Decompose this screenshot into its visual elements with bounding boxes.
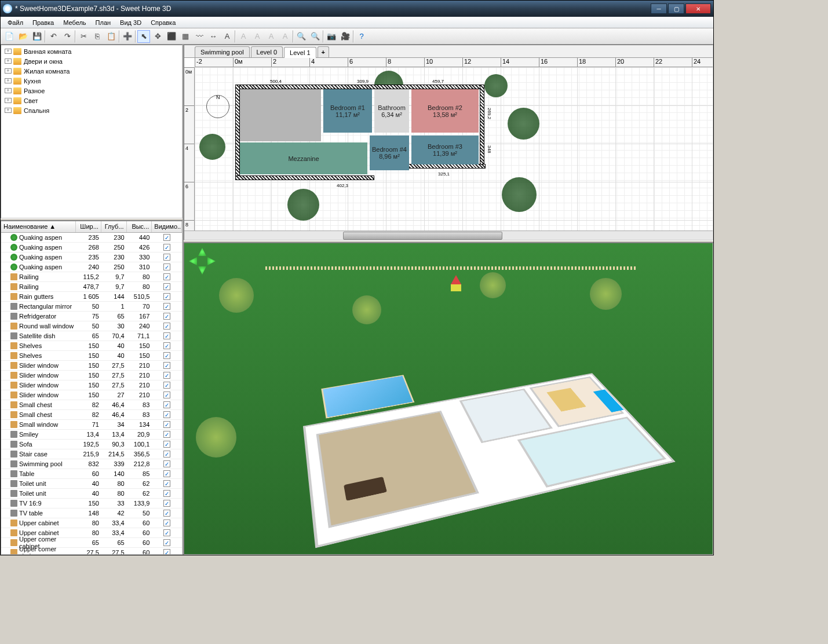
visible-checkbox[interactable]: ✓ [163,273,170,280]
house-3d[interactable] [235,338,713,555]
cut-icon[interactable]: ✂ [77,30,90,43]
visible-checkbox[interactable]: ✓ [163,313,170,320]
minimize-button[interactable]: ─ [651,3,667,14]
paste-icon[interactable]: 📋 [105,30,118,43]
table-header[interactable]: Наименование ▲ Шир... Глуб... Выс... Вид… [1,221,182,233]
open-icon[interactable]: 📂 [17,30,30,43]
visible-checkbox[interactable]: ✓ [163,421,170,428]
table-row[interactable]: Swimming pool832339212,8✓ [1,459,182,469]
visible-checkbox[interactable]: ✓ [163,441,170,448]
visible-checkbox[interactable]: ✓ [163,510,170,517]
tab-level-0[interactable]: Level 0 [251,46,283,57]
visible-checkbox[interactable]: ✓ [163,332,170,339]
close-button[interactable]: ✕ [685,3,711,14]
menu-file[interactable]: Файл [3,18,28,27]
tree-icon[interactable] [502,177,537,212]
photo-icon[interactable]: 📷 [325,30,338,43]
zoom-in-icon[interactable]: 🔍 [295,30,308,43]
menu-furniture[interactable]: Мебель [59,18,90,27]
add-furniture-icon[interactable]: ➕ [121,30,134,43]
size-up-icon[interactable]: A [265,30,278,43]
expand-icon[interactable]: + [5,78,12,83]
col-height[interactable]: Выс... [127,221,152,232]
catalog-item[interactable]: +Жилая комната [2,66,181,76]
visible-checkbox[interactable]: ✓ [163,372,170,379]
video-icon[interactable]: 🎥 [339,30,352,43]
col-width[interactable]: Шир... [76,221,101,232]
table-row[interactable]: Table6014085✓ [1,469,182,479]
visible-checkbox[interactable]: ✓ [163,401,170,408]
dimension-icon[interactable]: ↔ [207,30,220,43]
undo-icon[interactable]: ↶ [47,30,60,43]
table-row[interactable]: Slider window15027210✓ [1,390,182,400]
catalog-panel[interactable]: +Ванная комната+Двери и окна+Жилая комна… [1,45,183,218]
visible-checkbox[interactable]: ✓ [163,362,170,369]
col-depth[interactable]: Глуб... [101,221,127,232]
table-row[interactable]: Railing478,79,780✓ [1,282,182,292]
visible-checkbox[interactable]: ✓ [163,480,170,487]
scrollbar-horizontal[interactable] [184,230,713,240]
visible-checkbox[interactable]: ✓ [163,303,170,310]
text-icon[interactable]: A [221,30,234,43]
nav-right-icon[interactable] [207,257,216,265]
nav-down-icon[interactable] [198,266,206,275]
table-row[interactable]: Toilet unit408062✓ [1,479,182,489]
visible-checkbox[interactable]: ✓ [163,283,170,290]
table-row[interactable]: Toilet unit408062✓ [1,489,182,499]
table-row[interactable]: Slider window15027,5210✓ [1,371,182,380]
table-row[interactable]: Small chest8246,483✓ [1,400,182,410]
col-name[interactable]: Наименование ▲ [1,221,76,232]
table-row[interactable]: Small window7134134✓ [1,420,182,430]
room-bedroom1[interactable]: Bedroom #111,17 м² [323,89,372,133]
visible-checkbox[interactable]: ✓ [163,431,170,438]
visible-checkbox[interactable]: ✓ [163,519,170,526]
copy-icon[interactable]: ⎘ [91,30,104,43]
visible-checkbox[interactable]: ✓ [163,244,170,251]
table-row[interactable]: Slider window15027,5210✓ [1,380,182,390]
menu-plan[interactable]: План [91,18,116,27]
visible-checkbox[interactable]: ✓ [163,539,170,546]
visible-checkbox[interactable]: ✓ [163,549,170,554]
catalog-item[interactable]: +Разное [2,86,181,96]
table-row[interactable]: Quaking aspen240250310✓ [1,262,182,272]
expand-icon[interactable]: + [5,88,12,93]
visible-checkbox[interactable]: ✓ [163,470,170,477]
room-bedroom4[interactable]: Bedroom #48,96 м² [370,136,409,170]
table-row[interactable]: Rain gutters1 605144510,5✓ [1,292,182,302]
italic-icon[interactable]: A [251,30,264,43]
visible-checkbox[interactable]: ✓ [163,391,170,398]
tab-swimming-pool[interactable]: Swimming pool [195,46,250,57]
room-mezzanine[interactable]: Mezzanine [240,142,367,174]
table-row[interactable]: Quaking aspen235230330✓ [1,253,182,262]
redo-icon[interactable]: ↷ [61,30,74,43]
tab-add[interactable]: + [318,46,329,57]
visible-checkbox[interactable]: ✓ [163,352,170,359]
grid[interactable]: Bedroom #111,17 м² Bathroom6,34 м² Bedro… [195,67,713,230]
save-icon[interactable]: 💾 [31,30,43,43]
visible-checkbox[interactable]: ✓ [163,323,170,330]
room-bedroom2[interactable]: Bedroom #213,58 м² [411,89,479,133]
table-row[interactable]: Quaking aspen268250426✓ [1,243,182,253]
wall-icon[interactable]: ⬛ [165,30,178,43]
catalog-item[interactable]: +Кухня [2,76,181,86]
table-row[interactable]: Rectangular mirror50170✓ [1,302,182,312]
table-row[interactable]: Smiley13,413,420,9✓ [1,430,182,440]
expand-icon[interactable]: + [5,68,12,74]
table-row[interactable]: Railing115,29,780✓ [1,272,182,282]
visible-checkbox[interactable]: ✓ [163,264,170,270]
size-down-icon[interactable]: A [279,30,291,43]
room-bedroom3[interactable]: Bedroom #311,39 м² [411,136,479,164]
table-row[interactable]: Sofa192,590,3100,1✓ [1,440,182,449]
expand-icon[interactable]: + [5,108,12,113]
tree-icon[interactable] [484,74,508,97]
titlebar[interactable]: * SweetHome3DExample7.sh3d - Sweet Home … [1,1,713,17]
tab-level-1[interactable]: Level 1 [284,47,316,58]
3d-view[interactable] [184,243,713,555]
table-row[interactable]: TV 16:915033133,9✓ [1,499,182,508]
table-row[interactable]: Shelves15040150✓ [1,341,182,351]
table-row[interactable]: TV table1484250✓ [1,508,182,518]
plan-canvas[interactable]: -20м246810121416182022242628 0м2468 [184,58,713,230]
zoom-out-icon[interactable]: 🔍 [309,30,322,43]
visible-checkbox[interactable]: ✓ [163,529,170,536]
tree-icon[interactable] [508,108,539,140]
